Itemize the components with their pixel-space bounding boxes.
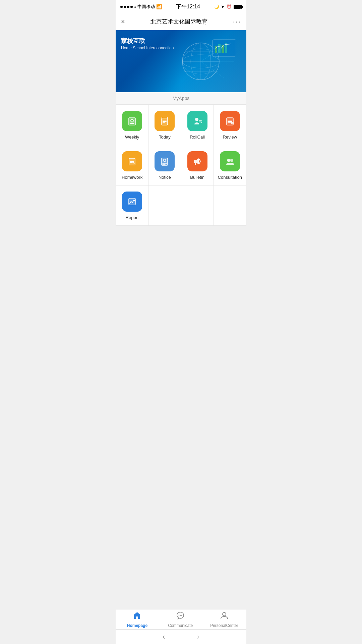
apps-grid: Weekly Today RollCall bbox=[116, 105, 246, 226]
bulletin-icon bbox=[187, 151, 207, 171]
svg-rect-25 bbox=[129, 158, 135, 165]
carrier-label: 中国移动 bbox=[137, 4, 155, 10]
more-button[interactable]: ··· bbox=[233, 17, 241, 26]
banner-main-title: 家校互联 bbox=[121, 37, 174, 45]
svg-point-34 bbox=[132, 202, 133, 203]
app-consultation[interactable]: Consultation bbox=[214, 145, 246, 185]
notice-label: Notice bbox=[159, 175, 171, 180]
app-today[interactable]: Today bbox=[148, 105, 181, 145]
svg-point-19 bbox=[131, 120, 133, 122]
banner-sub-title: Home School Interconnection bbox=[121, 46, 174, 50]
app-notice[interactable]: Notice bbox=[148, 145, 181, 185]
app-homework[interactable]: Homework bbox=[116, 145, 148, 185]
svg-point-21 bbox=[195, 118, 198, 121]
report-label: Report bbox=[126, 215, 139, 220]
rollcall-icon bbox=[187, 111, 207, 131]
nav-spacer bbox=[116, 246, 246, 281]
report-icon bbox=[122, 192, 142, 212]
myapps-label: MyApps bbox=[116, 92, 246, 105]
svg-point-30 bbox=[227, 159, 230, 162]
notice-icon bbox=[155, 151, 175, 171]
svg-rect-29 bbox=[195, 163, 196, 165]
app-review[interactable]: Review bbox=[214, 105, 246, 145]
moon-icon: 🌙 bbox=[214, 4, 219, 9]
header-title: 北京艺术文化国际教育 bbox=[150, 18, 207, 25]
homework-icon bbox=[122, 151, 142, 171]
consultation-icon bbox=[220, 151, 240, 171]
hero-banner: 家校互联 Home School Interconnection bbox=[116, 30, 246, 92]
today-icon bbox=[155, 111, 175, 131]
alarm-icon: ⏰ bbox=[227, 4, 232, 9]
homework-label: Homework bbox=[122, 175, 142, 180]
banner-text: 家校互联 Home School Interconnection bbox=[121, 37, 174, 50]
content-spacer bbox=[116, 226, 246, 246]
bulletin-label: Bulletin bbox=[190, 175, 204, 180]
svg-point-33 bbox=[131, 201, 132, 202]
svg-rect-10 bbox=[218, 44, 221, 53]
review-icon bbox=[220, 111, 240, 131]
consultation-label: Consultation bbox=[218, 175, 242, 180]
empty-cell-2 bbox=[181, 185, 214, 226]
svg-point-35 bbox=[133, 200, 134, 201]
status-bar: 中国移动 📶 下午12:14 🌙 ➤ ⏰ bbox=[116, 0, 246, 13]
signal-dots bbox=[120, 6, 136, 8]
battery-icon bbox=[234, 5, 242, 9]
today-label: Today bbox=[159, 135, 171, 140]
close-button[interactable]: × bbox=[121, 18, 125, 25]
empty-cell-1 bbox=[148, 185, 181, 226]
status-time: 下午12:14 bbox=[176, 3, 200, 10]
location-icon: ➤ bbox=[221, 4, 225, 9]
app-header: × 北京艺术文化国际教育 ··· bbox=[116, 13, 246, 30]
status-left: 中国移动 📶 bbox=[120, 4, 162, 10]
svg-point-31 bbox=[230, 159, 233, 162]
app-weekly[interactable]: Weekly bbox=[116, 105, 148, 145]
app-report[interactable]: Report bbox=[116, 185, 148, 226]
wifi-icon: 📶 bbox=[156, 4, 162, 9]
svg-rect-18 bbox=[130, 123, 134, 124]
app-bulletin[interactable]: Bulletin bbox=[181, 145, 214, 185]
weekly-label: Weekly bbox=[125, 135, 139, 140]
svg-rect-32 bbox=[129, 198, 135, 205]
svg-point-28 bbox=[164, 160, 166, 161]
app-rollcall[interactable]: RollCall bbox=[181, 105, 214, 145]
rollcall-label: RollCall bbox=[190, 135, 205, 140]
status-right: 🌙 ➤ ⏰ bbox=[214, 4, 242, 9]
review-label: Review bbox=[223, 135, 237, 140]
weekly-icon bbox=[122, 111, 142, 131]
empty-cell-3 bbox=[214, 185, 246, 226]
